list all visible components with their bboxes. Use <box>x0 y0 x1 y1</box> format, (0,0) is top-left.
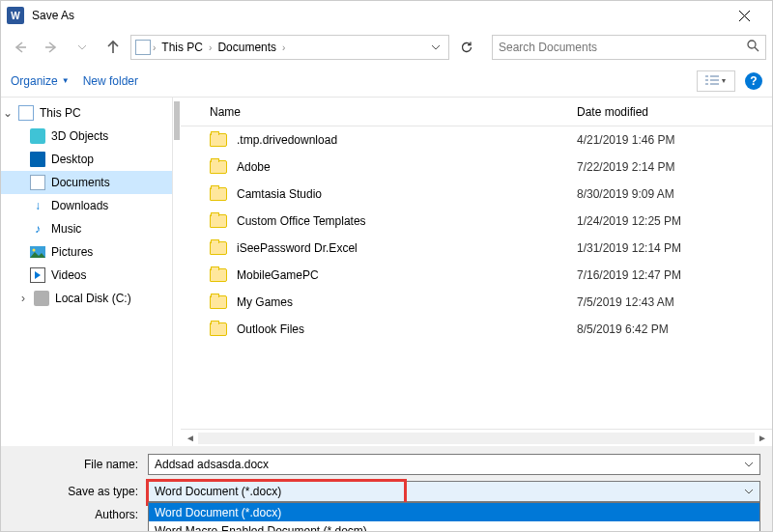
pc-icon <box>18 105 34 121</box>
svg-line-6 <box>755 47 759 51</box>
location-icon <box>135 40 151 55</box>
folder-icon <box>210 322 227 336</box>
help-button[interactable]: ? <box>745 72 762 90</box>
file-row[interactable]: Adobe7/22/2019 2:14 PM <box>181 154 772 181</box>
file-row[interactable]: .tmp.drivedownload4/21/2019 1:46 PM <box>181 126 772 154</box>
svg-point-14 <box>33 249 36 252</box>
scroll-left-icon[interactable]: ◄ <box>183 433 198 443</box>
navitem-desktop[interactable]: Desktop <box>1 148 172 171</box>
file-date: 7/22/2019 2:14 PM <box>577 160 772 174</box>
type-option[interactable]: Word Macro-Enabled Document (*.docm) <box>149 521 759 532</box>
breadcrumb-documents[interactable]: Documents <box>214 41 280 54</box>
disk-icon <box>34 291 49 306</box>
file-name: iSeePassword Dr.Excel <box>237 241 577 255</box>
file-name: My Games <box>237 295 577 309</box>
chevron-right-icon[interactable]: › <box>153 42 156 53</box>
navitem-music[interactable]: ♪ Music <box>1 217 172 240</box>
file-date: 8/5/2019 6:42 PM <box>577 322 772 336</box>
forward-button[interactable] <box>38 34 65 61</box>
save-as-type-combobox[interactable]: Word Document (*.docx) <box>148 481 760 502</box>
type-dropdown-icon[interactable] <box>744 485 754 498</box>
filename-dropdown-icon[interactable] <box>744 458 754 471</box>
collapse-icon[interactable]: ⌄ <box>3 106 13 120</box>
address-dropdown[interactable] <box>427 41 444 54</box>
chevron-right-icon[interactable]: › <box>282 42 285 53</box>
folder-icon <box>210 187 227 201</box>
refresh-button[interactable] <box>453 34 480 61</box>
dropdown-arrow-icon: ▼ <box>62 76 70 85</box>
videos-icon <box>30 267 45 283</box>
authors-label: Authors: <box>13 508 148 521</box>
navitem-pictures[interactable]: Pictures <box>1 240 172 264</box>
navitem-documents[interactable]: Documents <box>1 171 172 194</box>
file-row[interactable]: Camtasia Studio8/30/2019 9:09 AM <box>181 181 772 208</box>
chevron-right-icon[interactable]: › <box>209 42 212 53</box>
navigation-pane[interactable]: ⌄ This PC 3D Objects Desktop Documents <box>1 98 173 446</box>
pane-divider[interactable] <box>173 98 181 446</box>
filename-value: Addsad adsasda.docx <box>155 458 269 471</box>
navitem-videos[interactable]: Videos <box>1 264 172 287</box>
file-date: 1/31/2019 12:14 PM <box>577 241 772 255</box>
chevron-down-icon <box>431 43 441 51</box>
navitem-downloads[interactable]: ↓ Downloads <box>1 194 172 217</box>
scroll-right-icon[interactable]: ► <box>755 433 770 443</box>
arrow-right-icon <box>43 41 59 54</box>
file-name: Adobe <box>237 160 577 174</box>
search-placeholder: Search Documents <box>499 41 597 54</box>
dropdown-arrow-icon: ▼ <box>721 77 728 84</box>
bottom-bar: File name: Addsad adsasda.docx Save as t… <box>1 446 772 531</box>
organize-button[interactable]: Organize ▼ <box>11 74 70 88</box>
window-title: Save As <box>32 9 74 22</box>
file-name: Custom Office Templates <box>237 214 577 228</box>
navitem-this-pc[interactable]: ⌄ This PC <box>1 101 172 125</box>
file-row[interactable]: Outlook Files8/5/2019 6:42 PM <box>181 316 772 343</box>
word-app-icon: W <box>7 7 24 24</box>
view-options-button[interactable]: ▼ <box>697 70 735 92</box>
file-row[interactable]: MobileGamePC7/16/2019 12:47 PM <box>181 262 772 289</box>
file-date: 1/24/2019 12:25 PM <box>577 214 772 228</box>
horizontal-scrollbar[interactable]: ◄ ► <box>181 429 772 446</box>
breadcrumb-this-pc[interactable]: This PC <box>157 41 207 54</box>
column-name[interactable]: Name <box>210 105 577 119</box>
folder-icon <box>210 241 227 255</box>
folder-icon <box>210 133 227 147</box>
downloads-icon: ↓ <box>30 198 45 213</box>
back-button[interactable] <box>7 34 34 61</box>
close-button[interactable] <box>723 1 766 30</box>
navitem-3d-objects[interactable]: 3D Objects <box>1 125 172 148</box>
list-view-icon <box>705 74 719 88</box>
refresh-icon <box>460 41 473 54</box>
column-headers: Name Date modified <box>181 98 772 126</box>
arrow-left-icon <box>13 41 28 54</box>
titlebar: W Save As <box>1 1 772 30</box>
filename-label: File name: <box>13 458 148 471</box>
new-folder-button[interactable]: New folder <box>83 74 138 88</box>
scroll-track[interactable] <box>198 433 755 444</box>
column-date-modified[interactable]: Date modified <box>577 105 772 119</box>
navitem-local-disk[interactable]: › Local Disk (C:) <box>1 287 172 310</box>
filename-input[interactable]: Addsad adsasda.docx <box>148 454 760 475</box>
file-list[interactable]: .tmp.drivedownload4/21/2019 1:46 PMAdobe… <box>181 126 772 429</box>
toolbar: Organize ▼ New folder ▼ ? <box>1 65 772 98</box>
desktop-icon <box>30 152 45 167</box>
main-area: ⌄ This PC 3D Objects Desktop Documents <box>1 98 772 446</box>
type-option[interactable]: Word Document (*.docx) <box>149 503 759 521</box>
file-row[interactable]: Custom Office Templates1/24/2019 12:25 P… <box>181 208 772 235</box>
expand-icon[interactable]: › <box>18 292 28 305</box>
address-bar[interactable]: › This PC › Documents › <box>130 35 449 60</box>
up-button[interactable] <box>100 34 127 61</box>
recent-locations-button[interactable] <box>69 34 96 61</box>
folder-icon <box>210 160 227 174</box>
search-input[interactable]: Search Documents <box>492 35 766 60</box>
folder-icon <box>210 268 227 282</box>
file-row[interactable]: My Games7/5/2019 12:43 AM <box>181 289 772 316</box>
file-row[interactable]: iSeePassword Dr.Excel1/31/2019 12:14 PM <box>181 235 772 262</box>
search-icon[interactable] <box>747 40 759 55</box>
save-as-type-value: Word Document (*.docx) <box>155 485 281 498</box>
file-date: 4/21/2019 1:46 PM <box>577 133 772 147</box>
3d-objects-icon <box>30 128 45 144</box>
file-date: 7/5/2019 12:43 AM <box>577 295 772 309</box>
folder-icon <box>210 214 227 228</box>
file-name: Outlook Files <box>237 322 577 336</box>
save-as-type-dropdown-list[interactable]: Word Document (*.docx)Word Macro-Enabled… <box>148 502 760 532</box>
